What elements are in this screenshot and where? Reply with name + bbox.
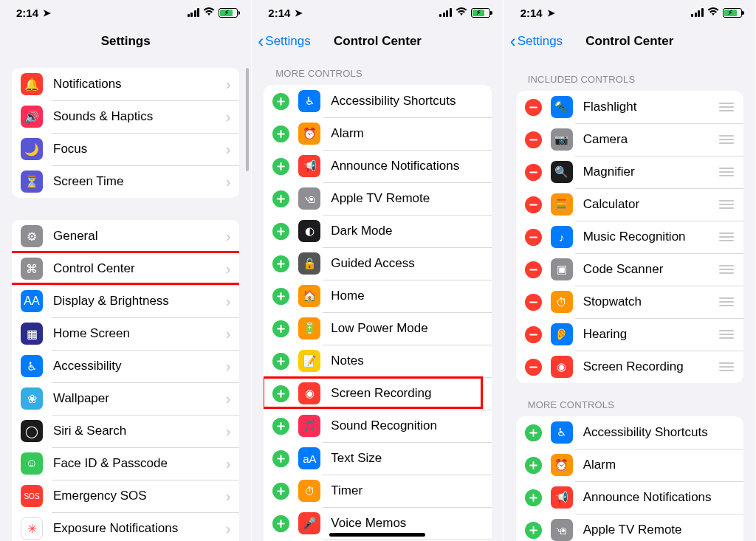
settings-row-emergency-sos[interactable]: SOSEmergency SOS› <box>12 480 239 512</box>
drag-handle-icon[interactable] <box>718 200 735 209</box>
remove-button[interactable] <box>525 131 542 148</box>
cellular-icon <box>691 8 704 17</box>
control-row-code-scanner[interactable]: ▣Code Scanner <box>516 253 743 286</box>
control-row-hearing[interactable]: 👂Hearing <box>516 318 743 351</box>
scroll-indicator[interactable] <box>246 68 249 171</box>
control-row-home[interactable]: 🏠Home <box>264 280 491 312</box>
settings-row-general[interactable]: ⚙General› <box>12 220 239 252</box>
control-row-screen-recording[interactable]: ◉Screen Recording <box>264 377 491 410</box>
control-row-stopwatch[interactable]: ⏱Stopwatch <box>516 286 743 318</box>
control-row-announce-notifications[interactable]: 📢Announce Notifications <box>264 150 491 182</box>
control-row-timer[interactable]: ⏱Timer <box>264 475 491 507</box>
control-row-accessibility-shortcuts[interactable]: ♿︎Accessibility Shortcuts <box>264 85 491 117</box>
add-button[interactable] <box>272 255 289 272</box>
remove-button[interactable] <box>525 326 542 343</box>
add-button[interactable] <box>272 353 289 370</box>
page-title: Settings <box>0 34 251 49</box>
drag-handle-icon[interactable] <box>718 135 735 144</box>
add-button[interactable] <box>272 158 289 175</box>
settings-row-focus[interactable]: 🌙Focus› <box>12 133 239 165</box>
add-button[interactable] <box>272 515 289 532</box>
control-row-screen-recording[interactable]: ◉Screen Recording <box>516 351 743 383</box>
control-row-dark-mode[interactable]: ◐Dark Mode <box>264 215 491 247</box>
control-row-announce-notifications[interactable]: 📢Announce Notifications <box>516 481 743 514</box>
remove-button[interactable] <box>525 294 542 311</box>
control-row-apple-tv-remote[interactable]: 🖲Apple TV Remote <box>264 182 491 215</box>
add-button[interactable] <box>525 424 542 441</box>
control-row-alarm[interactable]: ⏰Alarm <box>264 117 491 150</box>
homescreen-icon: ▦ <box>21 323 43 345</box>
row-label: Announce Notifications <box>331 159 482 173</box>
nav-bar: ‹ Settings Control Center <box>504 25 755 58</box>
add-button[interactable] <box>272 190 289 207</box>
add-button[interactable] <box>525 522 542 539</box>
add-button[interactable] <box>272 125 289 142</box>
control-row-flashlight[interactable]: 🔦Flashlight <box>516 91 743 123</box>
control-row-music-recognition[interactable]: ♪Music Recognition <box>516 221 743 253</box>
status-time: 2:14 <box>16 7 38 19</box>
remove-button[interactable] <box>525 229 542 246</box>
status-bar: 2:14 ➤ ⚡︎ <box>0 0 251 25</box>
alarm-icon: ⏰ <box>298 123 320 145</box>
back-button[interactable]: ‹ Settings <box>510 32 563 50</box>
drag-handle-icon[interactable] <box>718 168 735 176</box>
stopwatch-icon: ⏱ <box>551 291 573 313</box>
status-bar: 2:14 ➤ ⚡︎ <box>252 0 503 25</box>
status-time: 2:14 <box>520 7 543 19</box>
settings-row-control-center[interactable]: ⌘Control Center› <box>12 252 239 285</box>
control-row-apple-tv-remote[interactable]: 🖲Apple TV Remote <box>516 514 743 541</box>
add-button[interactable] <box>272 93 289 110</box>
add-button[interactable] <box>272 450 289 467</box>
control-row-guided-access[interactable]: 🔒Guided Access <box>264 247 491 280</box>
home-indicator[interactable] <box>329 533 425 537</box>
control-row-alarm[interactable]: ⏰Alarm <box>516 449 743 481</box>
row-label: Screen Time <box>53 174 226 189</box>
control-row-calculator[interactable]: 🧮Calculator <box>516 188 743 221</box>
drag-handle-icon[interactable] <box>718 265 735 274</box>
settings-row-home-screen[interactable]: ▦Home Screen› <box>12 317 239 350</box>
add-button[interactable] <box>525 489 542 506</box>
control-row-text-size[interactable]: aAText Size <box>264 442 491 475</box>
add-button[interactable] <box>272 288 289 305</box>
drag-handle-icon[interactable] <box>718 330 735 339</box>
drag-handle-icon[interactable] <box>718 297 735 306</box>
settings-row-exposure-notifications[interactable]: ✳︎Exposure Notifications› <box>12 512 239 541</box>
control-row-magnifier[interactable]: 🔍Magnifier <box>516 156 743 188</box>
remove-button[interactable] <box>525 196 542 213</box>
control-row-camera[interactable]: 📷Camera <box>516 123 743 156</box>
add-button[interactable] <box>272 385 289 402</box>
control-row-sound-recognition[interactable]: 🎵Sound Recognition <box>264 410 491 442</box>
hearing-icon: 👂 <box>551 323 573 345</box>
control-row-notes[interactable]: 📝Notes <box>264 345 491 377</box>
bell-icon: 🔔 <box>21 73 43 95</box>
chevron-right-icon: › <box>226 488 231 505</box>
row-label: Screen Recording <box>583 359 718 374</box>
settings-row-notifications[interactable]: 🔔Notifications› <box>12 68 239 100</box>
add-button[interactable] <box>272 418 289 435</box>
drag-handle-icon[interactable] <box>718 103 735 111</box>
settings-row-sounds-haptics[interactable]: 🔊Sounds & Haptics› <box>12 100 239 133</box>
settings-row-siri-search[interactable]: ◯Siri & Search› <box>12 415 239 447</box>
control-row-low-power-mode[interactable]: 🔋Low Power Mode <box>264 312 491 345</box>
drag-handle-icon[interactable] <box>718 232 735 241</box>
add-button[interactable] <box>272 483 289 500</box>
settings-row-wallpaper[interactable]: ❀Wallpaper› <box>12 382 239 415</box>
settings-row-accessibility[interactable]: ♿︎Accessibility› <box>12 350 239 382</box>
chevron-right-icon: › <box>226 520 231 537</box>
row-label: Siri & Search <box>53 424 226 438</box>
sos-icon: SOS <box>21 485 43 507</box>
add-button[interactable] <box>525 457 542 474</box>
remove-button[interactable] <box>525 359 542 376</box>
add-button[interactable] <box>272 320 289 337</box>
settings-row-face-id-passcode[interactable]: ☺Face ID & Passcode› <box>12 447 239 480</box>
control-row-accessibility-shortcuts[interactable]: ♿︎Accessibility Shortcuts <box>516 416 743 449</box>
remove-button[interactable] <box>525 261 542 278</box>
back-button[interactable]: ‹ Settings <box>258 32 310 50</box>
remove-button[interactable] <box>525 164 542 181</box>
settings-row-display-brightness[interactable]: AADisplay & Brightness› <box>12 285 239 317</box>
add-button[interactable] <box>272 223 289 240</box>
remove-button[interactable] <box>525 99 542 116</box>
settings-row-screen-time[interactable]: ⏳Screen Time› <box>12 165 239 198</box>
screenshot-settings: 2:14 ➤ ⚡︎ Settings 🔔Notifications›🔊Sound… <box>0 0 252 541</box>
drag-handle-icon[interactable] <box>718 362 735 371</box>
